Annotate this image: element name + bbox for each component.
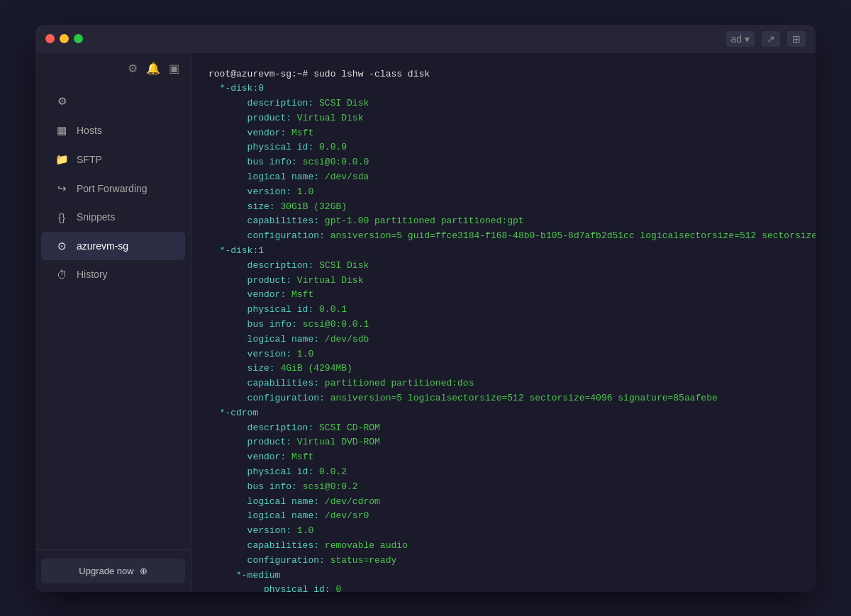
sidebar-top: ⚙ 🔔 ▣ bbox=[35, 53, 191, 84]
port-forwarding-icon: ↪ bbox=[55, 182, 68, 195]
upgrade-button[interactable]: Upgrade now ⊕ bbox=[41, 559, 185, 583]
hosts-icon: ▦ bbox=[55, 124, 68, 137]
minimize-button[interactable] bbox=[60, 34, 69, 43]
share-button[interactable]: ↗ bbox=[762, 31, 780, 47]
azurevm-label: azurevm-sg bbox=[77, 240, 128, 252]
snippets-icon: {} bbox=[55, 211, 68, 223]
snippets-label: Snippets bbox=[77, 211, 115, 223]
titlebar: ad ▾ ↗ ⊞ bbox=[35, 25, 816, 53]
sftp-label: SFTP bbox=[77, 154, 102, 165]
content-area: ⚙ 🔔 ▣ ⚙ ▦ Hosts 📁 SFTP ↪ bbox=[35, 53, 816, 592]
sidebar-nav: ⚙ ▦ Hosts 📁 SFTP ↪ Port Forwarding {} Sn… bbox=[35, 84, 191, 549]
command-prompt: root@azurevm-sg:~# sudo lshw -class disk bbox=[208, 69, 430, 79]
titlebar-actions: ad ▾ ↗ ⊞ bbox=[726, 31, 806, 47]
sidebar-footer: Upgrade now ⊕ bbox=[35, 549, 191, 592]
ad-button[interactable]: ad ▾ bbox=[726, 31, 755, 47]
notification-icon[interactable]: 🔔 bbox=[146, 62, 160, 75]
close-button[interactable] bbox=[45, 34, 55, 43]
settings-nav-icon: ⚙ bbox=[55, 95, 68, 108]
sftp-icon: 📁 bbox=[55, 153, 68, 166]
terminal-icon[interactable]: ▣ bbox=[169, 62, 179, 75]
port-forwarding-label: Port Forwarding bbox=[77, 183, 148, 194]
main-window: ad ▾ ↗ ⊞ ⚙ 🔔 ▣ ⚙ ▦ Hosts bbox=[35, 25, 816, 592]
history-icon: ⏱ bbox=[55, 269, 68, 281]
traffic-lights bbox=[45, 34, 83, 43]
hosts-label: Hosts bbox=[77, 125, 102, 136]
sidebar: ⚙ 🔔 ▣ ⚙ ▦ Hosts 📁 SFTP ↪ bbox=[35, 53, 191, 592]
sidebar-item-port-forwarding[interactable]: ↪ Port Forwarding bbox=[41, 174, 185, 203]
sidebar-item-hosts[interactable]: ▦ Hosts bbox=[41, 116, 185, 145]
layout-button[interactable]: ⊞ bbox=[787, 31, 806, 47]
maximize-button[interactable] bbox=[74, 34, 83, 43]
sidebar-item-azurevm[interactable]: ⊙ azurevm-sg bbox=[41, 232, 185, 260]
terminal-area: root@azurevm-sg:~# sudo lshw -class disk… bbox=[191, 53, 816, 592]
history-label: History bbox=[77, 269, 108, 280]
terminal-output: root@azurevm-sg:~# sudo lshw -class disk… bbox=[208, 67, 799, 592]
sidebar-item-snippets[interactable]: {} Snippets bbox=[41, 203, 185, 231]
azurevm-icon: ⊙ bbox=[55, 240, 68, 252]
upgrade-label: Upgrade now bbox=[79, 566, 133, 576]
sidebar-item-history[interactable]: ⏱ History bbox=[41, 261, 185, 289]
sidebar-item-settings[interactable]: ⚙ bbox=[41, 87, 185, 116]
upgrade-icon: ⊕ bbox=[140, 566, 148, 576]
terminal-content[interactable]: root@azurevm-sg:~# sudo lshw -class disk… bbox=[191, 53, 816, 592]
settings-icon[interactable]: ⚙ bbox=[128, 62, 138, 75]
sidebar-item-sftp[interactable]: 📁 SFTP bbox=[41, 145, 185, 174]
